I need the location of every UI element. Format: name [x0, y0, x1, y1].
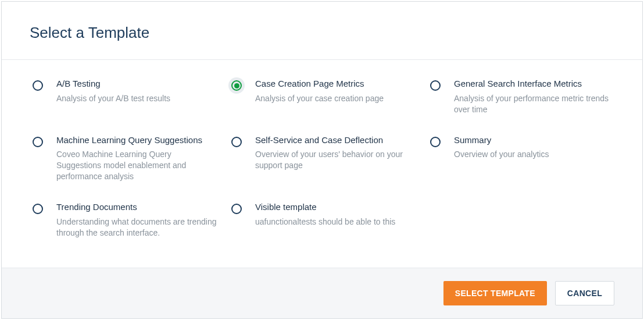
option-description: Analysis of your A/B test results	[56, 93, 217, 104]
radio-icon	[427, 134, 443, 150]
option-description: Understanding what documents are trendin…	[56, 216, 217, 239]
option-description: Analysis of your case creation page	[255, 93, 416, 104]
radio-icon	[30, 201, 46, 217]
template-grid: A/B Testing Analysis of your A/B test re…	[2, 60, 642, 268]
template-option-ab-testing[interactable]: A/B Testing Analysis of your A/B test re…	[30, 79, 217, 115]
option-name: Self-Service and Case Deflection	[255, 135, 416, 146]
template-option-case-creation[interactable]: Case Creation Page Metrics Analysis of y…	[228, 79, 416, 115]
radio-icon	[30, 77, 46, 94]
option-text: Machine Learning Query Suggestions Coveo…	[56, 135, 217, 182]
template-option-summary[interactable]: Summary Overview of your analytics	[427, 135, 614, 182]
dialog-header: Select a Template	[2, 2, 642, 60]
option-name: Summary	[454, 135, 614, 146]
option-text: A/B Testing Analysis of your A/B test re…	[56, 79, 217, 104]
option-name: Case Creation Page Metrics	[255, 79, 416, 90]
template-option-general-search[interactable]: General Search Interface Metrics Analysi…	[427, 79, 614, 115]
option-description: Overview of your analytics	[454, 149, 614, 160]
template-option-trending-documents[interactable]: Trending Documents Understanding what do…	[30, 202, 217, 239]
select-template-dialog: Select a Template A/B Testing Analysis o…	[1, 1, 643, 319]
option-text: Trending Documents Understanding what do…	[56, 202, 217, 239]
template-option-self-service[interactable]: Self-Service and Case Deflection Overvie…	[228, 135, 416, 182]
radio-icon	[427, 77, 443, 94]
template-option-ml-query-suggestions[interactable]: Machine Learning Query Suggestions Coveo…	[30, 135, 217, 182]
option-name: A/B Testing	[56, 79, 217, 90]
option-description: Overview of your users' behavior on your…	[255, 149, 416, 171]
option-text: General Search Interface Metrics Analysi…	[454, 79, 614, 115]
radio-icon	[30, 134, 46, 150]
option-text: Self-Service and Case Deflection Overvie…	[255, 135, 416, 172]
option-text: Case Creation Page Metrics Analysis of y…	[255, 79, 416, 104]
option-description: uafunctionaltests should be able to this	[255, 216, 416, 227]
radio-icon	[228, 201, 245, 217]
option-description: Coveo Machine Learning Query Suggestions…	[56, 149, 217, 182]
option-name: Machine Learning Query Suggestions	[56, 135, 217, 146]
dialog-footer: Select Template Cancel	[2, 268, 642, 318]
option-name: Trending Documents	[56, 202, 217, 213]
select-template-button[interactable]: Select Template	[443, 281, 547, 305]
option-text: Visible template uafunctionaltests shoul…	[255, 202, 416, 227]
option-name: General Search Interface Metrics	[454, 79, 614, 90]
dialog-title: Select a Template	[30, 24, 614, 42]
radio-icon	[228, 134, 245, 150]
option-text: Summary Overview of your analytics	[454, 135, 614, 161]
radio-icon-selected	[228, 77, 245, 94]
template-option-visible-template[interactable]: Visible template uafunctionaltests shoul…	[228, 202, 416, 239]
option-name: Visible template	[255, 202, 416, 213]
cancel-button[interactable]: Cancel	[555, 281, 614, 305]
option-description: Analysis of your performance metric tren…	[454, 93, 614, 115]
